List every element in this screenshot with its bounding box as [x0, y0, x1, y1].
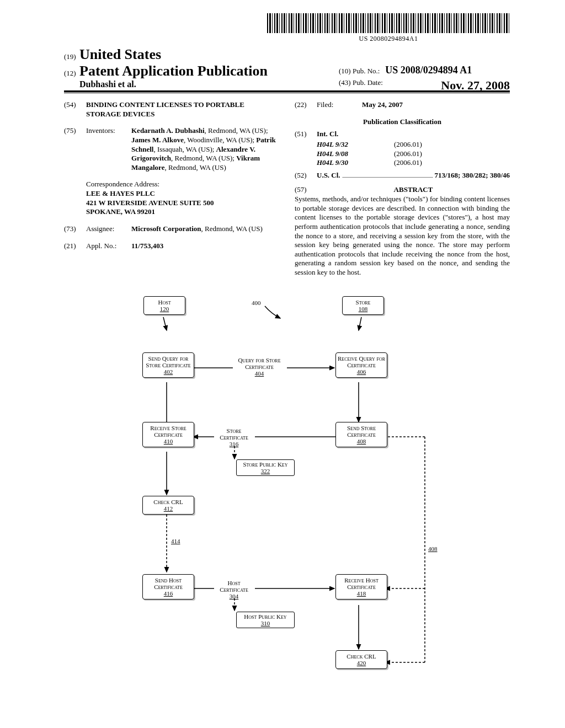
- application-number: 11/753,403: [131, 242, 279, 251]
- uscl-label: U.S. Cl.: [317, 171, 340, 180]
- label-414: 414: [171, 538, 180, 544]
- pubdate-label: Pub. Date:: [353, 78, 383, 87]
- pubno-label: Pub. No.:: [353, 67, 380, 75]
- tag-54: (54): [64, 100, 86, 119]
- inventors-label: Inventors:: [86, 126, 131, 172]
- label-304: Host Certificate304: [214, 580, 254, 599]
- bibliographic-columns: (54) BINDING CONTENT LICENSES TO PORTABL…: [64, 100, 510, 277]
- publication-type: Patent Application Publication: [79, 63, 268, 79]
- box-412: Check CRL412: [142, 496, 194, 515]
- publication-number: US 2008/0294894 A1: [385, 65, 472, 76]
- box-408: Send Store Certificate408: [335, 422, 387, 447]
- figure-400: Host120 Store108 400 Sen: [127, 296, 441, 715]
- filed-label: Filed:: [317, 100, 362, 110]
- barcode-number: US 20080294894A1: [267, 35, 510, 43]
- uscl-value: 713/168; 380/282; 380/46: [435, 171, 510, 180]
- corr-line2: LEE & HAYES PLLC: [86, 189, 279, 199]
- corr-line1: Correspondence Address:: [86, 180, 279, 189]
- tag-51: (51): [295, 130, 317, 139]
- applno-label: Appl. No.:: [86, 242, 131, 251]
- invention-title: BINDING CONTENT LICENSES TO PORTABLE STO…: [86, 100, 279, 119]
- label-316: Store Certificate316: [214, 427, 254, 447]
- tag-73: (73): [64, 224, 86, 234]
- tag-52: (52): [295, 171, 317, 180]
- corr-line3: 421 W RIVERSIDE AVENUE SUITE 500: [86, 199, 279, 208]
- tag-43: (43): [339, 78, 351, 87]
- box-406: Receive Query for Certificate406: [335, 352, 387, 378]
- inventors-list: Kedarnath A. Dubhashi, Redmond, WA (US);…: [131, 126, 279, 172]
- filed-date: May 24, 2007: [362, 100, 510, 110]
- tag-19: (19): [64, 52, 79, 61]
- right-column: (22) Filed: May 24, 2007 Publication Cla…: [295, 100, 510, 277]
- country-name: United States: [79, 46, 161, 63]
- svg-line-0: [163, 317, 167, 330]
- label-310: Host Public Key310: [236, 612, 295, 628]
- header-rule-thick: [64, 90, 510, 92]
- header-right: (10) Pub. No.: US 2008/0294894 A1 (43) P…: [339, 65, 510, 93]
- assignee-value: Microsoft Corporation, Redmond, WA (US): [131, 224, 279, 234]
- box-418: Receive Host Certificate418: [335, 574, 387, 599]
- tag-21: (21): [64, 242, 86, 251]
- ref-408-right: 408: [428, 545, 438, 552]
- box-402: Send Query for Store Certificate402: [142, 352, 194, 378]
- header-rule-thin: [64, 93, 510, 93]
- box-store: Store108: [342, 296, 384, 315]
- label-322: Store Public Key322: [236, 459, 295, 476]
- assignee-label: Assignee:: [86, 224, 131, 234]
- intcl-label: Int. Cl.: [317, 130, 338, 139]
- left-column: (54) BINDING CONTENT LICENSES TO PORTABL…: [64, 100, 279, 277]
- corr-line4: SPOKANE, WA 99201: [86, 207, 279, 217]
- box-410: Receive Store Certificate410: [142, 422, 194, 447]
- box-host: Host120: [143, 296, 185, 315]
- label-404: Query for Store Certificate404: [233, 357, 286, 377]
- correspondence-address: Correspondence Address: LEE & HAYES PLLC…: [86, 180, 279, 217]
- dotted-leader: [343, 171, 433, 178]
- document-header: (19) United States (12) Patent Applicati…: [64, 46, 510, 89]
- abstract-heading: ABSTRACT: [317, 185, 510, 195]
- tag-22: (22): [295, 100, 317, 110]
- pubclass-heading: Publication Classification: [295, 117, 510, 127]
- abstract-text: Systems, methods, and/or techniques ("to…: [295, 195, 510, 277]
- barcode-block: US 20080294894A1: [267, 13, 510, 43]
- box-416: Send Host Certificate416: [142, 574, 194, 599]
- ref-400: 400: [252, 299, 261, 306]
- tag-57: (57): [295, 185, 317, 195]
- intcl-list: H04L 9/32(2006.01)H04L 9/08(2006.01)H04L…: [317, 140, 510, 168]
- tag-75: (75): [64, 126, 86, 172]
- box-420: Check CRL420: [335, 650, 387, 669]
- barcode-bars: [267, 13, 510, 33]
- tag-12: (12): [64, 69, 79, 78]
- tag-10: (10): [339, 67, 351, 75]
- svg-line-1: [359, 317, 361, 330]
